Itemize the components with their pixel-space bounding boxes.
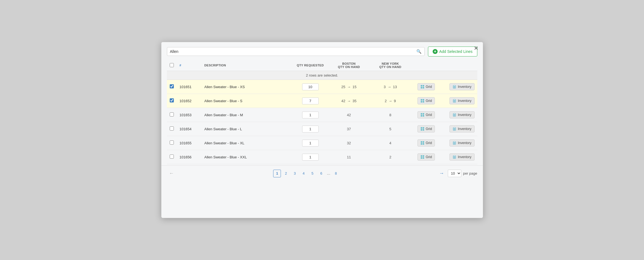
- svg-rect-10: [423, 99, 424, 101]
- page-4-button[interactable]: 4: [300, 170, 307, 177]
- svg-rect-38: [421, 143, 422, 145]
- inventory-label: Inventory: [458, 141, 471, 145]
- qty-requested-input[interactable]: [302, 126, 319, 132]
- qty-requested-input[interactable]: [302, 83, 319, 90]
- row-checkbox[interactable]: [170, 140, 174, 145]
- pagination-right: → 10 25 50 per page: [437, 169, 477, 177]
- top-bar: 🔍 + Add Selected Lines: [161, 42, 483, 60]
- svg-rect-0: [421, 85, 422, 86]
- per-page-select[interactable]: 10 25 50: [448, 170, 461, 177]
- svg-rect-18: [421, 113, 422, 115]
- row-checkbox[interactable]: [170, 112, 174, 117]
- prev-page-button[interactable]: ←: [167, 169, 176, 177]
- grid-label: Grid: [426, 155, 432, 159]
- grid-button[interactable]: Grid: [417, 83, 435, 90]
- newyork-qty-column-header: NEW YORKQTY ON HAND: [370, 60, 411, 71]
- description-column-header: DESCRIPTION: [202, 60, 292, 71]
- boston-qty: 11: [328, 150, 370, 164]
- item-number: 101652: [177, 94, 202, 108]
- boston-qty-column-header: BOSTONQTY ON HAND: [328, 60, 370, 71]
- item-number: 101651: [177, 80, 202, 94]
- page-2-button[interactable]: 2: [282, 170, 290, 177]
- inventory-button[interactable]: Inventory: [449, 111, 474, 118]
- add-selected-label: Add Selected Lines: [439, 49, 473, 54]
- page-8-button[interactable]: 8: [332, 170, 340, 177]
- item-description: Allen Sweater - Blue - XXL: [202, 150, 292, 164]
- qty-requested-input[interactable]: [302, 140, 319, 147]
- item-number: 101655: [177, 136, 202, 150]
- newyork-qty: 2: [370, 150, 411, 164]
- row-checkbox[interactable]: [170, 155, 174, 159]
- qty-requested-input[interactable]: [302, 154, 319, 161]
- svg-rect-2: [421, 87, 422, 88]
- row-checkbox[interactable]: [170, 98, 174, 102]
- item-description: Allen Sweater - Blue - L: [202, 122, 292, 136]
- row-checkbox[interactable]: [170, 84, 174, 88]
- select-all-checkbox[interactable]: [170, 63, 174, 67]
- inventory-button[interactable]: Inventory: [449, 97, 474, 104]
- close-button[interactable]: ✕: [474, 45, 478, 51]
- svg-rect-5: [454, 85, 455, 86]
- newyork-qty: 3 → 13: [370, 80, 411, 94]
- table-wrapper: # DESCRIPTION QTY REQUESTED BOSTONQTY ON…: [161, 60, 483, 164]
- item-number: 101654: [177, 122, 202, 136]
- search-box: 🔍: [167, 47, 425, 56]
- svg-rect-29: [421, 129, 422, 131]
- svg-rect-1: [423, 85, 424, 86]
- page-6-button[interactable]: 6: [317, 170, 325, 177]
- svg-rect-11: [421, 101, 422, 102]
- grid-button[interactable]: Grid: [417, 111, 435, 118]
- page-1-button[interactable]: 1: [273, 170, 281, 177]
- inventory-button[interactable]: Inventory: [449, 83, 474, 90]
- modal-dialog: ✕ 🔍 + Add Selected Lines # DESCRIPTIO: [161, 42, 483, 218]
- table-row: 101652Allen Sweater - Blue - S42 → 352 →…: [167, 94, 477, 108]
- svg-rect-9: [421, 99, 422, 101]
- item-description: Allen Sweater - Blue - S: [202, 94, 292, 108]
- item-number: 101656: [177, 150, 202, 164]
- inventory-label: Inventory: [458, 127, 471, 131]
- search-icon: 🔍: [416, 49, 422, 54]
- inventory-button[interactable]: Inventory: [449, 139, 474, 147]
- grid-label: Grid: [426, 85, 432, 89]
- page-3-button[interactable]: 3: [291, 170, 299, 177]
- qty-requested-input[interactable]: [302, 98, 319, 104]
- boston-qty: 42 → 35: [328, 94, 370, 108]
- item-description: Allen Sweater - Blue - XL: [202, 136, 292, 150]
- inventory-label: Inventory: [458, 155, 471, 159]
- table-row: 101653Allen Sweater - Blue - M428 Grid I…: [167, 108, 477, 122]
- boston-qty: 25 → 15: [328, 80, 370, 94]
- table-row: 101656Allen Sweater - Blue - XXL112 Grid…: [167, 150, 477, 164]
- boston-qty: 32: [328, 136, 370, 150]
- inventory-label: Inventory: [458, 113, 471, 117]
- svg-rect-37: [423, 141, 424, 143]
- page-5-button[interactable]: 5: [308, 170, 316, 177]
- svg-rect-23: [454, 113, 455, 114]
- svg-rect-20: [421, 115, 422, 117]
- grid-button[interactable]: Grid: [417, 153, 435, 161]
- next-page-button[interactable]: →: [437, 169, 446, 177]
- svg-rect-32: [454, 127, 455, 128]
- row-checkbox[interactable]: [170, 126, 174, 131]
- item-description: Allen Sweater - Blue - M: [202, 108, 292, 122]
- qty-requested-input[interactable]: [302, 112, 319, 118]
- inventory-button[interactable]: Inventory: [449, 125, 474, 132]
- svg-rect-27: [421, 127, 422, 129]
- table-row: 101651Allen Sweater - Blue - XS25 → 153 …: [167, 80, 477, 94]
- table-row: 101655Allen Sweater - Blue - XL324 Grid …: [167, 136, 477, 150]
- newyork-qty: 5: [370, 122, 411, 136]
- add-selected-button[interactable]: + Add Selected Lines: [428, 47, 477, 56]
- inventory-button[interactable]: Inventory: [449, 153, 474, 161]
- pagination-pages: 123456…8: [273, 170, 340, 177]
- qty-requested-column-header: QTY REQUESTED: [292, 60, 328, 71]
- item-description: Allen Sweater - Blue - XS: [202, 80, 292, 94]
- grid-label: Grid: [426, 127, 432, 131]
- svg-rect-46: [423, 155, 424, 157]
- search-input[interactable]: [170, 49, 415, 54]
- number-column-header[interactable]: #: [180, 64, 181, 67]
- grid-button[interactable]: Grid: [417, 97, 435, 104]
- newyork-qty: 8: [370, 108, 411, 122]
- grid-button[interactable]: Grid: [417, 139, 435, 147]
- inventory-label: Inventory: [458, 85, 471, 89]
- svg-rect-12: [423, 101, 424, 102]
- grid-button[interactable]: Grid: [417, 125, 435, 132]
